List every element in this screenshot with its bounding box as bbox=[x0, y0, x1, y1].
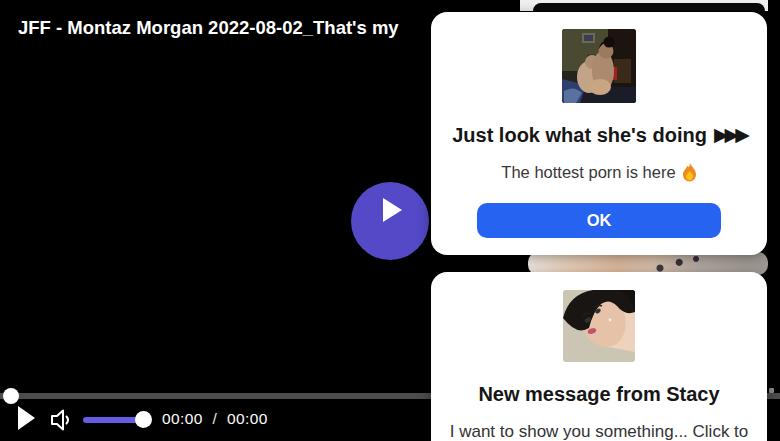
video-title: JFF - Montaz Morgan 2022-08-02_That's my bbox=[18, 17, 399, 39]
popup2-heading-text: New message from Stacy bbox=[478, 381, 719, 407]
popup-ad-2[interactable]: New message from Stacy I want to show yo… bbox=[431, 272, 767, 441]
time-display: 00:00 / 00:00 bbox=[162, 410, 268, 428]
current-time: 00:00 bbox=[162, 410, 203, 428]
duration: 00:00 bbox=[227, 410, 268, 428]
sidebar-thumbnail-top-edge bbox=[533, 3, 765, 11]
popup2-heading: New message from Stacy bbox=[478, 381, 719, 407]
volume-thumb[interactable] bbox=[135, 411, 152, 428]
mute-button[interactable] bbox=[50, 407, 74, 437]
popup1-heading-text: Just look what she's doing bbox=[452, 122, 707, 148]
webcam-photo-graphic bbox=[562, 29, 636, 103]
volume-icon bbox=[50, 407, 74, 433]
progress-thumb[interactable] bbox=[3, 388, 19, 404]
popup2-body-text: I want to show you something... Click to bbox=[450, 421, 749, 441]
sidebar-background bbox=[520, 0, 768, 11]
popup2-thumbnail[interactable] bbox=[563, 290, 635, 362]
popup1-heading: Just look what she's doing ▶▶▶ bbox=[452, 122, 746, 148]
popup2-body: I want to show you something... Click to bbox=[450, 421, 749, 441]
popup1-body: The hottest porn is here bbox=[501, 161, 696, 183]
ok-button[interactable]: OK bbox=[477, 203, 721, 238]
play-icon bbox=[383, 198, 402, 222]
triple-arrow-icon: ▶▶▶ bbox=[714, 122, 746, 148]
popup1-body-text: The hottest porn is here bbox=[501, 161, 675, 183]
big-play-button[interactable] bbox=[351, 182, 429, 260]
scrollbar-dot bbox=[769, 388, 774, 393]
woman-face-graphic bbox=[563, 290, 635, 362]
popup1-thumbnail[interactable] bbox=[562, 29, 636, 103]
popup-ad-1: Just look what she's doing ▶▶▶ The hotte… bbox=[431, 12, 767, 255]
video-page: JFF - Montaz Morgan 2022-08-02_That's my… bbox=[0, 0, 780, 441]
time-separator: / bbox=[213, 410, 218, 428]
volume-slider[interactable] bbox=[83, 417, 143, 423]
play-button[interactable] bbox=[18, 406, 35, 430]
flame-icon bbox=[682, 163, 697, 182]
